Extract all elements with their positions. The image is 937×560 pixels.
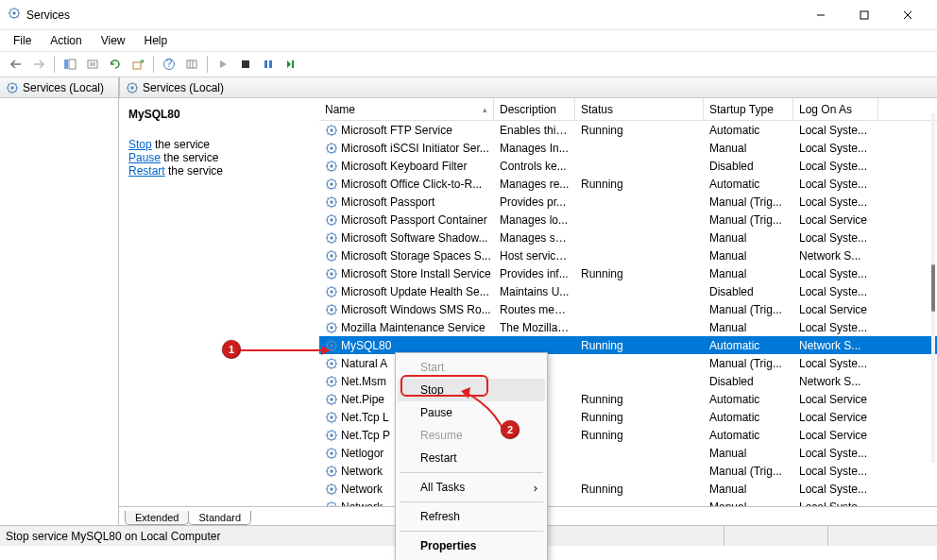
service-log-on-as: Local Service (793, 411, 878, 424)
menu-view[interactable]: View (94, 32, 133, 49)
service-name: Microsoft Passport (341, 195, 434, 209)
service-startup-type: Manual (Trig... (704, 465, 793, 478)
annotation-marker-1: 1 (222, 340, 241, 359)
vertical-scrollbar[interactable] (931, 113, 935, 463)
svg-rect-26 (264, 60, 267, 68)
service-row[interactable]: Microsoft Keyboard FilterControls ke...D… (319, 157, 937, 175)
close-button[interactable] (886, 1, 929, 29)
svg-rect-16 (88, 60, 97, 68)
menu-action[interactable]: Action (43, 32, 89, 49)
svg-rect-11 (860, 11, 868, 19)
service-row[interactable]: Microsoft Store Install ServiceProvides … (319, 264, 937, 282)
service-description: Routes mes... (494, 303, 575, 316)
service-row[interactable]: Microsoft Update Health Se...Maintains U… (319, 282, 937, 300)
service-name: Microsoft Store Install Service (341, 267, 491, 280)
tab-extended[interactable]: Extended (125, 511, 189, 525)
service-name: Microsoft Office Click-to-R... (341, 178, 482, 191)
help-button[interactable]: ? (159, 54, 179, 75)
service-description: Controls ke... (494, 160, 575, 173)
service-name: Microsoft Keyboard Filter (341, 160, 467, 173)
service-startup-type: Manual (704, 249, 793, 263)
service-name: Net.Pipe (341, 393, 384, 406)
service-log-on-as: Local Syste... (793, 285, 878, 298)
col-status[interactable]: Status (575, 98, 704, 120)
service-row[interactable]: Microsoft Office Click-to-R...Manages re… (319, 175, 937, 193)
service-row[interactable]: Microsoft Software Shadow...Manages so..… (319, 229, 937, 246)
service-startup-type: Disabled (704, 285, 793, 298)
ctx-all-tasks[interactable]: All Tasks (398, 476, 545, 499)
service-description: The Mozilla ... (494, 321, 575, 334)
back-button[interactable] (6, 54, 26, 75)
service-startup-type: Manual (704, 231, 793, 245)
service-log-on-as: Local Syste... (793, 321, 878, 334)
service-name: Network (341, 501, 383, 507)
service-description: Provides inf... (494, 267, 575, 280)
menu-bar: File Action View Help (0, 30, 937, 51)
col-description[interactable]: Description (494, 98, 575, 120)
minimize-button[interactable] (799, 1, 843, 29)
start-service-button[interactable] (213, 54, 233, 75)
service-row[interactable]: Microsoft Storage Spaces S...Host servic… (319, 246, 937, 264)
ctx-properties[interactable]: Properties (398, 535, 545, 557)
title-bar: Services (0, 0, 937, 30)
service-icon (325, 249, 338, 263)
stop-service-button[interactable] (235, 54, 256, 75)
service-row[interactable]: Microsoft iSCSI Initiator Ser...Manages … (319, 139, 937, 157)
pause-service-button[interactable] (258, 54, 279, 75)
service-row[interactable]: Microsoft FTP ServiceEnables this...Runn… (319, 121, 937, 139)
restart-service-button[interactable] (281, 54, 301, 75)
service-status: Running (575, 124, 704, 137)
refresh-button[interactable] (105, 54, 126, 75)
restart-link[interactable]: Restart (128, 164, 165, 178)
col-log-on-as[interactable]: Log On As (793, 98, 878, 120)
service-name: Net.Tcp L (341, 411, 389, 424)
service-log-on-as: Local Syste... (793, 160, 878, 173)
service-log-on-as: Network S... (793, 249, 878, 263)
service-row[interactable]: Mozilla Maintenance ServiceThe Mozilla .… (319, 318, 937, 336)
service-icon (325, 465, 338, 478)
forward-button[interactable] (28, 54, 49, 75)
service-row[interactable]: Microsoft Passport ContainerManages lo..… (319, 211, 937, 229)
ctx-refresh[interactable]: Refresh (398, 505, 545, 528)
properties-button[interactable] (82, 54, 103, 75)
export-button[interactable] (128, 54, 148, 75)
menu-help[interactable]: Help (137, 32, 176, 49)
service-name: Net.Msm (341, 375, 386, 388)
service-icon (325, 483, 338, 496)
tab-standard[interactable]: Standard (188, 511, 251, 525)
service-icon (325, 375, 338, 388)
show-tree-button[interactable] (60, 54, 80, 75)
service-startup-type: Manual (704, 483, 793, 496)
service-icon (325, 231, 338, 245)
menu-file[interactable]: File (6, 32, 39, 49)
service-name: Microsoft FTP Service (341, 124, 452, 137)
service-icon (325, 142, 338, 155)
service-status: Running (575, 178, 704, 191)
service-startup-type: Automatic (704, 411, 793, 424)
detail-pane: MySQL80 Stop the service Pause the servi… (119, 98, 319, 506)
tree-pane: Services (Local) (0, 77, 119, 525)
pause-link[interactable]: Pause (128, 151, 161, 164)
service-status: Running (575, 339, 704, 352)
stop-link[interactable]: Stop (128, 138, 152, 151)
service-name: Network (341, 483, 383, 496)
service-log-on-as: Network S... (793, 339, 878, 352)
col-name[interactable]: Name▴ (319, 98, 494, 120)
scroll-thumb[interactable] (931, 264, 935, 312)
service-icon (325, 160, 338, 173)
col-startup-type[interactable]: Startup Type (704, 98, 793, 120)
service-icon (325, 321, 338, 334)
svg-rect-28 (292, 60, 294, 68)
service-startup-type: Automatic (704, 429, 793, 442)
maximize-button[interactable] (843, 1, 886, 29)
column-options-button[interactable] (181, 54, 202, 75)
service-startup-type: Automatic (704, 124, 793, 137)
tree-root[interactable]: Services (Local) (0, 77, 118, 98)
service-description: Host service... (494, 249, 575, 263)
annotation-arrow-1 (238, 344, 332, 357)
service-startup-type: Manual (Trig... (704, 213, 793, 227)
ctx-restart[interactable]: Restart (398, 447, 545, 469)
annotation-marker-2: 2 (501, 420, 520, 439)
service-row[interactable]: Microsoft PassportProvides pr...Manual (… (319, 193, 937, 211)
service-row[interactable]: Microsoft Windows SMS Ro...Routes mes...… (319, 300, 937, 318)
